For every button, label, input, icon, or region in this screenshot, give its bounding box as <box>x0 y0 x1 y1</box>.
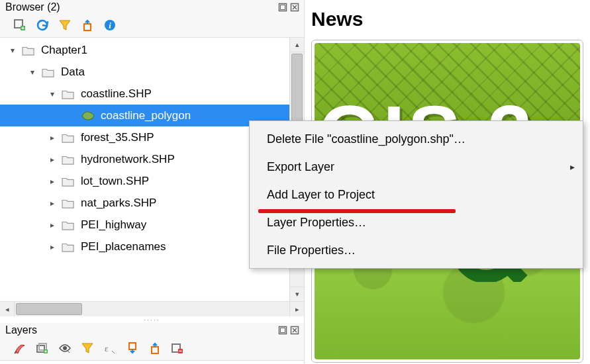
svg-rect-16 <box>129 343 136 349</box>
context-menu: Delete File "coastline_polygon.shp"…Expo… <box>249 120 583 269</box>
remove-layer-icon[interactable] <box>170 340 185 356</box>
tree-item[interactable]: Chapter1 <box>0 39 289 61</box>
tree-item-label: coastline.SHP <box>81 87 152 101</box>
collapse-all-icon[interactable] <box>79 17 95 33</box>
tree-item-label: Chapter1 <box>41 44 87 57</box>
context-menu-item[interactable]: Add Layer to Project <box>250 181 583 208</box>
folder-icon <box>41 66 56 79</box>
tree-item[interactable]: coastline_polygon <box>0 105 289 126</box>
browser-panel-header: Browser (2) <box>0 0 304 15</box>
context-menu-item-label: Delete File "coastline_polygon.shp"… <box>267 132 466 146</box>
expander-icon[interactable] <box>48 177 57 186</box>
browser-toolbar: i <box>0 15 304 37</box>
expander-icon[interactable] <box>48 89 57 99</box>
expander-icon[interactable] <box>48 133 57 142</box>
svg-rect-11 <box>37 345 44 352</box>
tree-item-label: forest_35.SHP <box>81 131 154 144</box>
hscroll-track[interactable] <box>15 302 289 316</box>
browser-tree[interactable]: Chapter1Datacoastline.SHPcoastline_polyg… <box>0 38 289 301</box>
browser-panel-title: Browser (2) <box>5 1 276 13</box>
svg-rect-1 <box>281 5 285 10</box>
panel-undock-icon[interactable] <box>277 2 288 13</box>
add-group-icon[interactable] <box>34 340 50 356</box>
scroll-down-icon[interactable]: ▾ <box>290 287 304 301</box>
folder-icon <box>61 240 75 253</box>
properties-icon[interactable]: i <box>102 17 118 33</box>
expression-filter-icon[interactable]: ε <box>102 340 118 356</box>
tree-item-label: coastline_polygon <box>101 109 191 122</box>
svg-text:i: i <box>109 21 111 30</box>
style-manager-icon[interactable] <box>12 340 28 356</box>
svg-point-14 <box>63 346 67 350</box>
tree-item-label: PEI_placenames <box>81 240 166 253</box>
tree-item-label: nat_parks.SHP <box>81 197 156 210</box>
add-layer-icon[interactable] <box>12 17 28 33</box>
expander-icon[interactable] <box>28 68 37 77</box>
filter-icon[interactable] <box>57 17 73 33</box>
layers-panel-header: Layers <box>0 323 304 338</box>
folder-icon <box>61 153 75 166</box>
folder-icon <box>61 175 75 188</box>
expand-all-icon[interactable] <box>124 340 140 356</box>
news-heading: News <box>311 8 583 30</box>
svg-rect-9 <box>281 328 285 333</box>
scroll-up-icon[interactable]: ▴ <box>290 38 304 52</box>
folder-icon <box>61 87 75 101</box>
context-menu-item[interactable]: File Properties… <box>250 236 583 264</box>
tree-item-label: lot_town.SHP <box>81 175 149 188</box>
svg-text:ε: ε <box>105 343 109 353</box>
hscroll-thumb[interactable] <box>16 303 82 315</box>
collapse-all-icon[interactable] <box>147 340 163 356</box>
scroll-right-icon[interactable]: ▸ <box>289 302 304 316</box>
svg-rect-17 <box>152 347 158 353</box>
tree-item[interactable]: PEI_placenames <box>0 236 289 257</box>
folder-icon <box>61 131 75 144</box>
layers-panel-title: Layers <box>5 324 276 336</box>
panel-resize-grip[interactable]: ····· <box>0 316 304 323</box>
tree-item[interactable]: lot_town.SHP <box>0 170 289 192</box>
tree-item[interactable]: Data <box>0 61 289 83</box>
expander-icon[interactable] <box>48 220 57 230</box>
submenu-arrow-icon: ▸ <box>570 161 575 172</box>
panel-undock-icon[interactable] <box>277 325 288 336</box>
tree-item-label: hydronetwork.SHP <box>81 153 175 166</box>
tree-item[interactable]: hydronetwork.SHP <box>0 148 289 170</box>
filter-layers-icon[interactable] <box>79 340 95 356</box>
context-menu-item-label: Export Layer <box>267 160 334 174</box>
context-menu-item[interactable]: Export Layer▸ <box>250 153 583 181</box>
context-menu-item[interactable]: Delete File "coastline_polygon.shp"… <box>250 125 583 153</box>
svg-rect-12 <box>39 343 46 350</box>
folder-icon <box>61 197 75 210</box>
context-menu-item-label: Layer Properties… <box>267 216 366 230</box>
tree-item[interactable]: forest_35.SHP <box>0 126 289 148</box>
refresh-icon[interactable] <box>34 17 50 33</box>
polygon-layer-icon <box>81 109 95 122</box>
horizontal-scrollbar[interactable]: ◂ ▸ <box>0 302 304 316</box>
tree-item-label: PEI_highway <box>81 218 146 232</box>
svg-rect-5 <box>84 24 91 30</box>
visibility-icon[interactable] <box>57 340 73 356</box>
panel-close-icon[interactable] <box>289 2 300 13</box>
expander-icon[interactable] <box>48 199 57 208</box>
layers-toolbar: ε <box>0 338 304 360</box>
folder-icon <box>61 218 75 232</box>
scroll-left-icon[interactable]: ◂ <box>0 302 15 316</box>
folder-icon <box>21 44 36 57</box>
annotation-underline <box>258 209 456 213</box>
tree-item[interactable]: nat_parks.SHP <box>0 192 289 214</box>
expander-icon[interactable] <box>48 155 57 164</box>
context-menu-item-label: File Properties… <box>267 244 356 257</box>
context-menu-item-label: Add Layer to Project <box>267 188 375 202</box>
panel-close-icon[interactable] <box>289 325 300 336</box>
tree-item[interactable]: coastline.SHP <box>0 83 289 105</box>
expander-icon[interactable] <box>8 46 17 55</box>
tree-item-label: Data <box>61 66 85 79</box>
tree-item[interactable]: PEI_highway <box>0 214 289 236</box>
expander-icon[interactable] <box>48 242 57 251</box>
